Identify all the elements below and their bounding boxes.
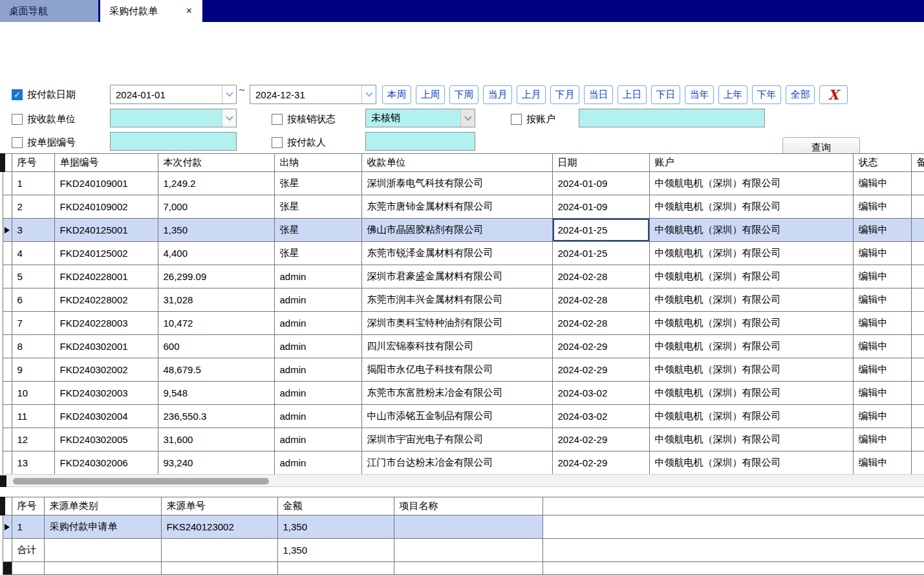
cell-doc-no[interactable]: FKD240302002 xyxy=(54,358,158,382)
quick-date-button[interactable]: 上年 xyxy=(718,85,747,104)
cell-account[interactable]: 中领航电机（深圳）有限公司 xyxy=(649,219,853,242)
writeoff-status-combobox[interactable]: 未核销 xyxy=(365,109,475,127)
cell-status[interactable]: 编辑中 xyxy=(853,265,911,288)
cell-seq[interactable]: 9 xyxy=(12,358,54,382)
column-header-amount[interactable]: 金额 xyxy=(277,497,394,515)
cell-doc-no[interactable]: FKD240302005 xyxy=(54,428,158,451)
table-row[interactable]: 1FKD2401090011,249.2张星深圳浙泰电气科技有限公司2024-0… xyxy=(3,172,924,195)
cell-source-type[interactable]: 采购付款申请单 xyxy=(44,515,161,539)
quick-date-button[interactable]: 下月 xyxy=(550,85,579,104)
cell-amount[interactable]: 9,548 xyxy=(158,382,274,405)
cell-seq[interactable]: 5 xyxy=(12,265,54,288)
cell-amount[interactable]: 1,350 xyxy=(158,219,274,242)
column-header-date[interactable]: 日期 xyxy=(552,154,649,172)
cell-cashier[interactable]: admin xyxy=(274,312,361,335)
column-header-payee[interactable]: 收款单位 xyxy=(361,154,552,172)
cell-status[interactable]: 编辑中 xyxy=(853,312,911,335)
quick-date-button[interactable]: 下年 xyxy=(752,85,781,104)
cell-status[interactable]: 编辑中 xyxy=(853,382,911,405)
cell-status[interactable]: 编辑中 xyxy=(853,219,911,242)
cell-remark[interactable] xyxy=(911,172,924,195)
checkbox-unchecked-icon[interactable] xyxy=(511,114,522,125)
cell-remark[interactable] xyxy=(911,382,924,405)
cell-payee[interactable]: 江门市台达粉末冶金有限公司 xyxy=(361,451,552,475)
column-header-remark[interactable]: 备 xyxy=(911,154,924,172)
payer-input[interactable] xyxy=(365,132,475,151)
checkbox-unchecked-icon[interactable] xyxy=(272,137,283,148)
cell-source-no[interactable]: FKS240123002 xyxy=(161,515,277,539)
cell-remark[interactable] xyxy=(911,219,924,242)
table-row[interactable]: 2FKD2401090027,000张星东莞市唐铈金属材料有限公司2024-01… xyxy=(3,195,924,219)
checkbox-unchecked-icon[interactable] xyxy=(12,114,23,125)
column-header-source-no[interactable]: 来源单号 xyxy=(161,497,277,515)
cell-doc-no[interactable]: FKD240302006 xyxy=(54,451,158,475)
cell-payee[interactable]: 佛山市晶固胶粘剂有限公司 xyxy=(361,219,552,242)
cell-cashier[interactable]: 张星 xyxy=(274,172,361,195)
column-header-seq[interactable]: 序号 xyxy=(12,154,54,172)
checkbox-checked-icon[interactable]: ✓ xyxy=(12,89,23,100)
cell-cashier[interactable]: admin xyxy=(274,428,361,451)
column-header-status[interactable]: 状态 xyxy=(853,154,911,172)
column-header-cashier[interactable]: 出纳 xyxy=(274,154,361,172)
cell-account[interactable]: 中领航电机（深圳）有限公司 xyxy=(649,265,853,288)
cell-remark[interactable] xyxy=(911,405,924,428)
cell-amount[interactable]: 10,472 xyxy=(158,312,274,335)
quick-date-button[interactable]: 本周 xyxy=(382,85,411,104)
cell-date[interactable]: 2024-01-09 xyxy=(552,172,649,195)
date-to-input[interactable]: 2024-12-31 xyxy=(250,85,376,104)
horizontal-scrollbar[interactable] xyxy=(0,474,924,487)
tab-desktop-navigation[interactable]: 桌面导航 xyxy=(0,0,98,22)
cell-doc-no[interactable]: FKD240228002 xyxy=(54,288,158,312)
column-header-source-type[interactable]: 来源单类别 xyxy=(44,497,161,515)
quick-date-button[interactable]: 上日 xyxy=(618,85,647,104)
cell-status[interactable]: 编辑中 xyxy=(853,358,911,382)
quick-date-button[interactable]: 当日 xyxy=(584,85,613,104)
cell-cashier[interactable]: 张星 xyxy=(274,195,361,219)
column-header-project[interactable]: 项目名称 xyxy=(394,497,543,515)
payee-combobox[interactable] xyxy=(110,109,237,127)
cell-account[interactable]: 中领航电机（深圳）有限公司 xyxy=(649,405,853,428)
table-row[interactable]: 12FKD24030200531,600admin深圳市宇宙光电子有限公司202… xyxy=(3,428,924,451)
cell-status[interactable]: 编辑中 xyxy=(853,288,911,312)
cell-payee[interactable]: 深圳市宇宙光电子有限公司 xyxy=(361,428,552,451)
quick-date-button[interactable]: 下日 xyxy=(651,85,680,104)
cell-date[interactable]: 2024-02-29 xyxy=(552,335,649,358)
cell-seq[interactable]: 7 xyxy=(12,312,54,335)
quick-date-button[interactable]: 当年 xyxy=(685,85,714,104)
cell-account[interactable]: 中领航电机（深圳）有限公司 xyxy=(649,242,853,265)
cell-status[interactable]: 编辑中 xyxy=(853,451,911,475)
cell-cashier[interactable]: admin xyxy=(274,265,361,288)
doc-number-input[interactable] xyxy=(110,132,237,151)
cell-remark[interactable] xyxy=(911,428,924,451)
cell-amount[interactable]: 1,249.2 xyxy=(158,172,274,195)
cell-seq[interactable]: 11 xyxy=(12,405,54,428)
cell-payee[interactable]: 深圳市君豪盛金属材料有限公司 xyxy=(361,265,552,288)
checkbox-unchecked-icon[interactable] xyxy=(272,114,283,125)
cell-status[interactable]: 编辑中 xyxy=(853,195,911,219)
cell-payee[interactable]: 揭阳市永亿电子科技有限公司 xyxy=(361,358,552,382)
table-row[interactable]: 6FKD24022800231,028admin东莞市润丰兴金属材料有限公司20… xyxy=(3,288,924,312)
cell-remark[interactable] xyxy=(911,265,924,288)
cell-payee[interactable]: 中山市添铭五金制品有限公司 xyxy=(361,405,552,428)
table-row[interactable]: 10FKD2403020039,548admin东莞市东富胜粉末冶金有限公司20… xyxy=(3,382,924,405)
cell-doc-no[interactable]: FKD240109002 xyxy=(54,195,158,219)
date-from-input[interactable]: 2024-01-01 xyxy=(110,85,237,104)
cell-date[interactable]: 2024-01-09 xyxy=(552,195,649,219)
table-row[interactable]: 4FKD2401250024,400张星东莞市锐泽金属材料有限公司2024-01… xyxy=(3,242,924,265)
quick-date-button[interactable]: 上月 xyxy=(517,85,546,104)
close-tab-icon[interactable]: × xyxy=(185,6,193,16)
cell-seq[interactable]: 4 xyxy=(12,242,54,265)
dropdown-arrow-button[interactable] xyxy=(222,109,236,127)
table-row[interactable]: 8FKD240302001600admin四川宏锦泰科技有限公司2024-02-… xyxy=(3,335,924,358)
cell-amount[interactable]: 31,600 xyxy=(158,428,274,451)
cell-doc-no[interactable]: FKD240228003 xyxy=(54,312,158,335)
cell-account[interactable]: 中领航电机（深圳）有限公司 xyxy=(649,428,853,451)
filter-checkbox-payee[interactable]: 按收款单位 xyxy=(12,112,76,126)
cell-amount[interactable]: 7,000 xyxy=(158,195,274,219)
filter-checkbox-payer[interactable]: 按付款人 xyxy=(272,135,326,149)
cell-date[interactable]: 2024-01-25 xyxy=(552,242,649,265)
cell-seq[interactable]: 8 xyxy=(12,335,54,358)
dropdown-arrow-button[interactable] xyxy=(361,85,376,103)
cell-payee[interactable]: 深圳浙泰电气科技有限公司 xyxy=(361,172,552,195)
cell-payee[interactable]: 东莞市东富胜粉末冶金有限公司 xyxy=(361,382,552,405)
